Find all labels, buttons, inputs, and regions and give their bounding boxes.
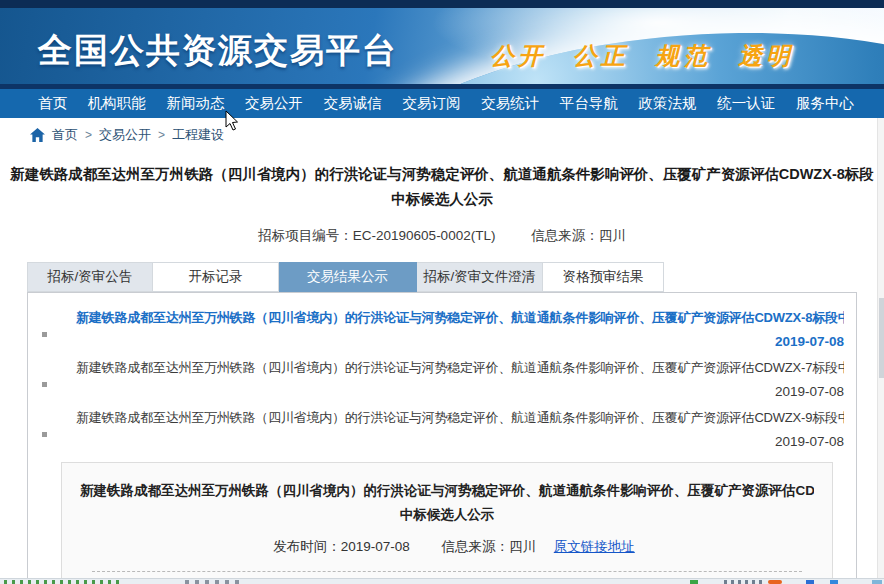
original-link[interactable]: 原文链接地址 (554, 539, 635, 554)
scrollbar-thumb[interactable] (879, 298, 884, 378)
mouse-cursor (225, 110, 240, 132)
nav-item-trade-stats[interactable]: 交易统计 (481, 94, 539, 113)
crumb-separator: > (85, 128, 92, 142)
list-item[interactable]: 新建铁路成都至达州至万州铁路（四川省境内）的行洪论证与河势稳定评价、航道通航条件… (28, 358, 856, 401)
nav-item-home[interactable]: 首页 (38, 94, 67, 113)
home-icon[interactable] (30, 128, 45, 142)
list-bullet (42, 332, 47, 337)
list-item-date: 2019-07-08 (76, 333, 844, 351)
crumb-trade-open[interactable]: 交易公开 (99, 126, 151, 144)
article-title: 新建铁路成都至达州至万州铁路（四川省境内）的行洪论证与河势稳定评价、航道通航条件… (80, 479, 814, 527)
tab-bid-opening-record[interactable]: 开标记录 (153, 262, 279, 292)
page-title-line1: 新建铁路成都至达州至万州铁路（四川省境内）的行洪论证与河势稳定评价、航道通航条件… (0, 162, 884, 187)
article-source-field: 信息来源：四川 (442, 539, 537, 554)
list-item[interactable]: 新建铁路成都至达州至万州铁路（四川省境内）的行洪论证与河势稳定评价、航道通航条件… (28, 408, 856, 451)
list-item-title[interactable]: 新建铁路成都至达州至万州铁路（四川省境内）的行洪论证与河势稳定评价、航道通航条件… (76, 408, 844, 428)
page-title-line2: 中标候选人公示 (0, 187, 884, 212)
top-window-bar (0, 0, 884, 8)
project-number-value: EC-20190605-0002(TL) (353, 228, 496, 243)
article-meta: 发布时间：2019-07-08 信息来源：四川 原文链接地址 (80, 538, 814, 556)
article-source-value: 四川 (509, 539, 536, 554)
list-bullet (42, 382, 47, 387)
taskbar-fragment (4, 580, 124, 584)
list-bullet (42, 432, 47, 437)
taskbar-icon-fragment (806, 580, 814, 584)
project-number-label: 招标项目编号： (258, 228, 353, 243)
article-title-line2: 中标候选人公示 (80, 503, 814, 527)
nav-item-unified-auth[interactable]: 统一认证 (717, 94, 775, 113)
list-item-title[interactable]: 新建铁路成都至达州至万州铁路（四川省境内）的行洪论证与河势稳定评价、航道通航条件… (76, 358, 844, 378)
crumb-separator: > (158, 128, 165, 142)
site-slogan: 公开 公正 规范 透明 (490, 40, 794, 72)
info-source-field: 信息来源：四川 (531, 228, 626, 243)
dashed-divider (92, 571, 802, 572)
taskbar-icon-fragment (768, 580, 782, 584)
nav-item-org-functions[interactable]: 机构职能 (88, 94, 146, 113)
project-number-field: 招标项目编号：EC-20190605-0002(TL) (258, 228, 495, 243)
crumb-project-construction[interactable]: 工程建设 (172, 126, 224, 144)
nav-item-trade-integrity[interactable]: 交易诚信 (324, 94, 382, 113)
nav-item-trade-open[interactable]: 交易公开 (245, 94, 303, 113)
page-title: 新建铁路成都至达州至万州铁路（四川省境内）的行洪论证与河势稳定评价、航道通航条件… (0, 162, 884, 212)
article-panel: 新建铁路成都至达州至万州铁路（四川省境内）的行洪论证与河势稳定评价、航道通航条件… (61, 462, 833, 584)
publish-time-value: 2019-07-08 (341, 539, 410, 554)
article-source-label: 信息来源： (442, 539, 510, 554)
info-source-label: 信息来源： (531, 228, 599, 243)
taskbar-icon-fragment (724, 580, 764, 584)
breadcrumb: 首页 > 交易公开 > 工程建设 (0, 118, 884, 148)
taskbar-icon-fragment (872, 580, 882, 584)
main-nav: 首页 机构职能 新闻动态 交易公开 交易诚信 交易订阅 交易统计 平台导航 政策… (0, 89, 884, 118)
nav-item-policy[interactable]: 政策法规 (639, 94, 697, 113)
nav-item-service-center[interactable]: 服务中心 (796, 94, 854, 113)
article-title-line1: 新建铁路成都至达州至万州铁路（四川省境内）的行洪论证与河势稳定评价、航道通航条件… (80, 479, 814, 503)
info-source-value: 四川 (599, 228, 626, 243)
list-item-date: 2019-07-08 (76, 433, 844, 451)
list-item-date: 2019-07-08 (76, 383, 844, 401)
result-list-panel: 新建铁路成都至达州至万州铁路（四川省境内）的行洪论证与河势稳定评价、航道通航条件… (27, 292, 857, 584)
nav-item-trade-subscribe[interactable]: 交易订阅 (402, 94, 460, 113)
taskbar-icon-fragment (830, 580, 838, 584)
tab-bid-notice[interactable]: 招标/资审公告 (27, 262, 153, 292)
taskbar-icon-fragment (690, 580, 698, 584)
crumb-home[interactable]: 首页 (52, 126, 78, 144)
publish-time-field: 发布时间：2019-07-08 (273, 539, 410, 554)
tab-document-clarification[interactable]: 招标/资审文件澄清 (417, 262, 543, 292)
nav-item-news[interactable]: 新闻动态 (166, 94, 224, 113)
nav-item-platform-nav[interactable]: 平台导航 (560, 94, 618, 113)
taskbar-sliver (0, 578, 884, 584)
list-item[interactable]: 新建铁路成都至达州至万州铁路（四川省境内）的行洪论证与河势稳定评价、航道通航条件… (28, 308, 856, 351)
tab-trade-result[interactable]: 交易结果公示 (279, 262, 417, 292)
tab-prequalification-result[interactable]: 资格预审结果 (543, 262, 664, 292)
tab-bar: 招标/资审公告 开标记录 交易结果公示 招标/资审文件澄清 资格预审结果 (27, 262, 884, 292)
page-meta: 招标项目编号：EC-20190605-0002(TL) 信息来源：四川 (0, 227, 884, 245)
publish-time-label: 发布时间： (273, 539, 341, 554)
list-item-title[interactable]: 新建铁路成都至达州至万州铁路（四川省境内）的行洪论证与河势稳定评价、航道通航条件… (76, 308, 844, 328)
site-banner: 全国公共资源交易平台 公开 公正 规范 透明 (0, 8, 884, 84)
taskbar-fragment (185, 580, 245, 584)
site-logo: 全国公共资源交易平台 (38, 28, 398, 74)
vertical-scrollbar[interactable] (877, 118, 884, 578)
